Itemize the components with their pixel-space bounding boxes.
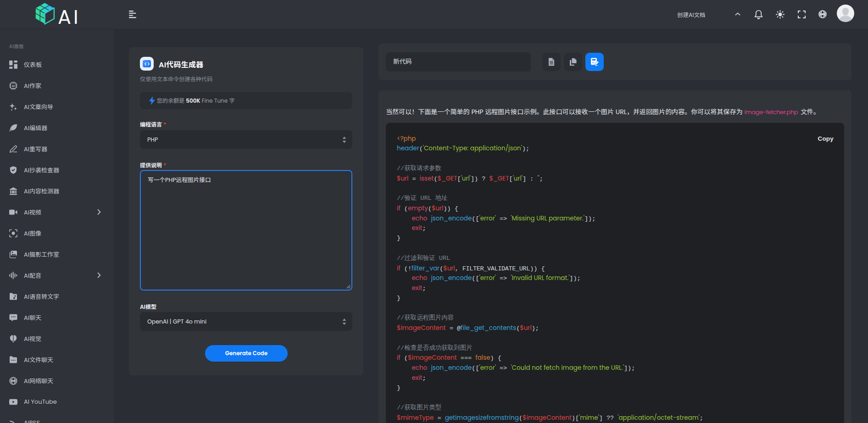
svg-text:AI: AI [12,84,15,88]
